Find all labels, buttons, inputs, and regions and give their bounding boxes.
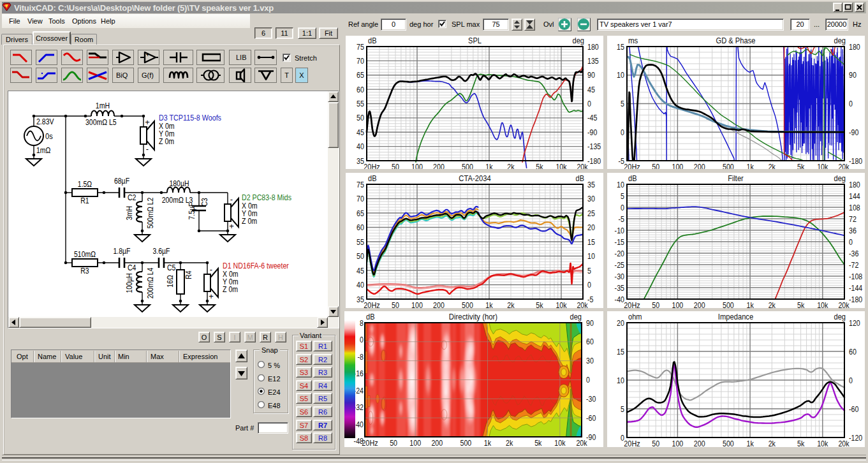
svg-text:20Hz: 20Hz <box>624 439 640 448</box>
svg-text:-135: -135 <box>587 142 601 151</box>
svg-text:5k: 5k <box>536 162 543 170</box>
svg-text:-: - <box>210 265 212 274</box>
svg-text:50: 50 <box>652 439 659 448</box>
svg-text:500: 500 <box>462 300 473 309</box>
svg-text:deg: deg <box>570 312 582 321</box>
svg-text:0: 0 <box>849 376 853 385</box>
svg-text:50: 50 <box>652 162 659 170</box>
svg-text:1.5Ω: 1.5Ω <box>78 180 92 189</box>
svg-text:55: 55 <box>357 237 364 247</box>
svg-text:Z 0m: Z 0m <box>159 137 174 146</box>
svg-text:75: 75 <box>357 42 364 52</box>
svg-text:100: 100 <box>672 300 684 309</box>
svg-text:-108: -108 <box>849 272 862 281</box>
svg-text:20Hz: 20Hz <box>364 300 380 309</box>
svg-text:0: 0 <box>849 99 853 108</box>
svg-text:10k: 10k <box>554 438 566 448</box>
svg-text:10k: 10k <box>817 300 828 309</box>
svg-text:50: 50 <box>392 162 399 170</box>
svg-text:R3: R3 <box>80 267 89 276</box>
svg-text:180µH: 180µH <box>169 179 189 188</box>
svg-text:10k: 10k <box>817 439 828 448</box>
svg-text:100: 100 <box>411 300 423 309</box>
svg-text:200: 200 <box>694 439 705 448</box>
svg-text:-72: -72 <box>849 260 858 270</box>
svg-text:10k: 10k <box>555 300 567 309</box>
svg-text:10: 10 <box>617 180 624 189</box>
svg-text:40: 40 <box>357 280 364 290</box>
svg-text:-60: -60 <box>849 404 858 414</box>
svg-text:Z 0m: Z 0m <box>223 285 238 294</box>
svg-text:20k: 20k <box>577 162 588 170</box>
svg-text:-40: -40 <box>615 295 624 304</box>
svg-text:BiQ: BiQ <box>116 71 128 79</box>
svg-text:20k: 20k <box>576 438 587 448</box>
svg-text:-180: -180 <box>849 156 862 166</box>
svg-text:-20: -20 <box>615 249 624 258</box>
svg-text:500: 500 <box>723 300 734 309</box>
svg-text:20Hz: 20Hz <box>624 300 640 309</box>
svg-text:R4: R4 <box>184 270 193 279</box>
svg-text:-180: -180 <box>587 156 601 166</box>
svg-text:D1 ND16FA-6 tweeter: D1 ND16FA-6 tweeter <box>223 261 289 270</box>
svg-text:0: 0 <box>621 128 624 137</box>
svg-text:-35: -35 <box>615 283 624 293</box>
svg-text:25: 25 <box>587 209 595 218</box>
svg-text:10: 10 <box>617 70 624 80</box>
svg-text:LIB: LIB <box>236 54 247 61</box>
svg-text:60: 60 <box>849 347 857 356</box>
svg-text:1k: 1k <box>485 300 493 309</box>
svg-text:Directivity (hor): Directivity (hor) <box>449 312 497 321</box>
svg-text:1mΩ: 1mΩ <box>36 146 50 155</box>
svg-text:dB: dB <box>368 173 377 183</box>
svg-text:20k: 20k <box>838 439 850 448</box>
svg-text:55: 55 <box>357 99 364 108</box>
svg-text:200mΩ L4: 200mΩ L4 <box>146 267 155 298</box>
svg-text:500: 500 <box>462 162 473 170</box>
svg-text:5k: 5k <box>536 300 543 309</box>
svg-text:0: 0 <box>587 280 591 290</box>
svg-text:10k: 10k <box>555 162 567 170</box>
svg-text:ohm: ohm <box>628 312 642 321</box>
svg-text:72: 72 <box>849 214 857 224</box>
svg-text:60: 60 <box>586 337 594 346</box>
svg-text:50: 50 <box>357 113 364 122</box>
svg-text:180: 180 <box>849 180 860 189</box>
svg-text:3.6µF: 3.6µF <box>153 247 170 256</box>
svg-text:120: 120 <box>849 318 860 328</box>
svg-text:-30: -30 <box>615 272 624 281</box>
svg-text:2k: 2k <box>507 300 515 309</box>
svg-text:5k: 5k <box>797 162 805 170</box>
svg-text:dB: dB <box>576 173 585 183</box>
svg-text:deg: deg <box>834 173 846 183</box>
svg-text:20Hz: 20Hz <box>624 162 640 170</box>
svg-text:500: 500 <box>723 162 734 170</box>
svg-text:5k: 5k <box>797 439 805 448</box>
svg-text:-60: -60 <box>586 413 596 423</box>
svg-text:35: 35 <box>357 295 364 304</box>
svg-text:1k: 1k <box>484 438 492 448</box>
svg-text:500: 500 <box>460 438 472 448</box>
svg-text:70: 70 <box>357 194 364 203</box>
svg-text:ms: ms <box>628 36 638 45</box>
svg-text:0: 0 <box>621 203 624 212</box>
svg-text:65: 65 <box>357 209 364 218</box>
svg-text:8: 8 <box>360 318 364 328</box>
svg-text:-90: -90 <box>849 128 858 137</box>
svg-text:2k: 2k <box>506 438 513 448</box>
svg-text:50: 50 <box>357 251 364 261</box>
svg-text:2k: 2k <box>769 439 776 448</box>
svg-text:5: 5 <box>621 404 624 414</box>
svg-text:108: 108 <box>849 203 860 212</box>
svg-text:30: 30 <box>586 356 594 365</box>
svg-text:65: 65 <box>357 70 364 80</box>
svg-text:C5: C5 <box>167 263 176 272</box>
svg-text:70: 70 <box>357 56 364 66</box>
svg-text:20k: 20k <box>838 300 850 309</box>
svg-text:10: 10 <box>587 251 595 261</box>
svg-text:60: 60 <box>357 223 364 232</box>
svg-text:15: 15 <box>587 237 595 247</box>
svg-text:100: 100 <box>672 439 684 448</box>
svg-text:100: 100 <box>672 162 684 170</box>
svg-text:75: 75 <box>357 180 364 189</box>
